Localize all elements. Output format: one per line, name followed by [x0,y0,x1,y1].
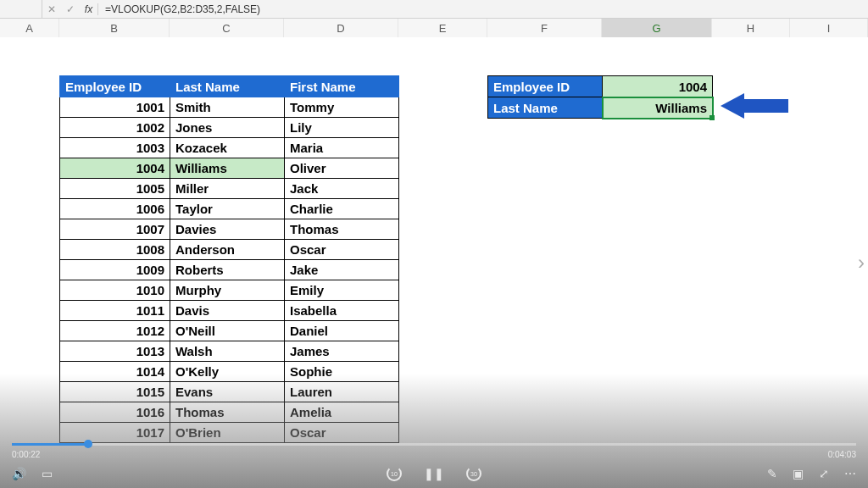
time-total: 0:04:03 [828,450,856,459]
cell-first-name[interactable]: Lily [285,118,399,138]
progress-knob-icon[interactable] [84,440,92,448]
table-row[interactable]: 1014O'KellySophie [60,362,399,382]
cell-last-name[interactable]: Walsh [170,341,285,362]
cell-last-name[interactable]: Kozacek [170,138,285,158]
cell-first-name[interactable]: Amelia [285,402,399,423]
cell-first-name[interactable]: Tommy [285,97,399,118]
cell-employee-id[interactable]: 1011 [60,301,170,321]
cell-first-name[interactable]: Isabella [285,301,399,321]
cell-first-name[interactable]: Jake [285,260,399,280]
skip-back-icon[interactable]: 10 [387,466,402,481]
header-last-name[interactable]: Last Name [170,76,285,97]
cell-last-name[interactable]: Davies [170,219,285,240]
name-box[interactable] [0,0,42,18]
fx-icon[interactable]: fx [80,3,98,15]
cell-employee-id[interactable]: 1003 [60,138,170,158]
cell-last-name[interactable]: Evans [170,382,285,402]
cell-first-name[interactable]: Oliver [285,158,399,179]
cell-first-name[interactable]: Sophie [285,362,399,382]
pause-icon[interactable]: ❚❚ [424,467,444,480]
header-first-name[interactable]: First Name [285,76,399,97]
table-row[interactable]: 1010MurphyEmily [60,280,399,301]
table-row[interactable]: 1011DavisIsabella [60,301,399,321]
cell-first-name[interactable]: Jack [285,179,399,199]
fullscreen-icon[interactable]: ⤢ [819,467,829,480]
cell-first-name[interactable]: Emily [285,280,399,301]
cell-last-name[interactable]: O'Neill [170,321,285,341]
column-header-D[interactable]: D [284,19,398,37]
table-row[interactable]: 1013WalshJames [60,341,399,362]
cell-last-name[interactable]: Davis [170,301,285,321]
lookup-ln-value[interactable]: Williams [603,97,713,119]
cell-employee-id[interactable]: 1013 [60,341,170,362]
cell-first-name[interactable]: Lauren [285,382,399,402]
cell-last-name[interactable]: O'Kelly [170,362,285,382]
cell-last-name[interactable]: Miller [170,179,285,199]
table-row[interactable]: 1006TaylorCharlie [60,199,399,219]
cell-employee-id[interactable]: 1006 [60,199,170,219]
cell-first-name[interactable]: Daniel [285,321,399,341]
column-header-E[interactable]: E [398,19,487,37]
worksheet-area[interactable]: Employee ID Last Name First Name 1001Smi… [0,37,868,488]
formula-accept-icon[interactable]: ✓ [61,3,80,15]
cell-last-name[interactable]: Murphy [170,280,285,301]
cell-last-name[interactable]: Taylor [170,199,285,219]
cell-last-name[interactable]: Thomas [170,402,285,423]
table-row[interactable]: 1008AndersonOscar [60,240,399,260]
formula-cancel-icon[interactable]: ✕ [42,3,61,15]
cell-employee-id[interactable]: 1007 [60,219,170,240]
cell-employee-id[interactable]: 1005 [60,179,170,199]
column-header-F[interactable]: F [487,19,602,37]
progress-bar[interactable] [12,443,856,446]
cell-employee-id[interactable]: 1016 [60,402,170,423]
next-chevron-icon[interactable]: › [858,251,865,274]
pip-icon[interactable]: ▣ [793,467,804,480]
cell-employee-id[interactable]: 1014 [60,362,170,382]
cell-employee-id[interactable]: 1015 [60,382,170,402]
column-header-I[interactable]: I [790,19,868,37]
table-row[interactable]: 1012O'NeillDaniel [60,321,399,341]
cell-employee-id[interactable]: 1009 [60,260,170,280]
callout-arrow-icon [721,93,788,119]
skip-forward-icon[interactable]: 30 [466,466,481,481]
cell-last-name[interactable]: Smith [170,97,285,118]
table-row[interactable]: 1009RobertsJake [60,260,399,280]
column-header-A[interactable]: A [0,19,59,37]
cell-first-name[interactable]: Thomas [285,219,399,240]
formula-bar: ✕ ✓ fx =VLOOKUP(G2,B2:D35,2,FALSE) [0,0,868,19]
formula-input[interactable]: =VLOOKUP(G2,B2:D35,2,FALSE) [98,3,868,15]
cell-last-name[interactable]: Roberts [170,260,285,280]
table-row[interactable]: 1003KozacekMaria [60,138,399,158]
cell-first-name[interactable]: Oscar [285,240,399,260]
cell-employee-id[interactable]: 1012 [60,321,170,341]
table-row[interactable]: 1016ThomasAmelia [60,402,399,423]
edit-icon[interactable]: ✎ [767,467,777,480]
cell-last-name[interactable]: Jones [170,118,285,138]
cell-employee-id[interactable]: 1004 [60,158,170,179]
cell-first-name[interactable]: James [285,341,399,362]
cell-employee-id[interactable]: 1010 [60,280,170,301]
cell-last-name[interactable]: Anderson [170,240,285,260]
column-header-H[interactable]: H [712,19,790,37]
column-header-C[interactable]: C [170,19,284,37]
table-row[interactable]: 1002JonesLily [60,118,399,138]
table-row[interactable]: 1005MillerJack [60,179,399,199]
cell-employee-id[interactable]: 1001 [60,97,170,118]
cell-employee-id[interactable]: 1008 [60,240,170,260]
cell-first-name[interactable]: Charlie [285,199,399,219]
table-row[interactable]: 1004WilliamsOliver [60,158,399,179]
header-employee-id[interactable]: Employee ID [60,76,170,97]
column-header-G[interactable]: G [602,19,712,37]
table-row[interactable]: 1001SmithTommy [60,97,399,118]
volume-icon[interactable]: 🔊 [12,467,26,480]
column-header-B[interactable]: B [59,19,170,37]
cell-employee-id[interactable]: 1002 [60,118,170,138]
cell-last-name[interactable]: Williams [170,158,285,179]
column-header-row: ABCDEFGHI [0,19,868,37]
table-row[interactable]: 1015EvansLauren [60,382,399,402]
captions-icon[interactable]: ▭ [42,467,53,480]
cell-first-name[interactable]: Maria [285,138,399,158]
lookup-id-value[interactable]: 1004 [603,76,713,97]
more-icon[interactable]: ⋯ [844,467,856,480]
table-row[interactable]: 1007DaviesThomas [60,219,399,240]
